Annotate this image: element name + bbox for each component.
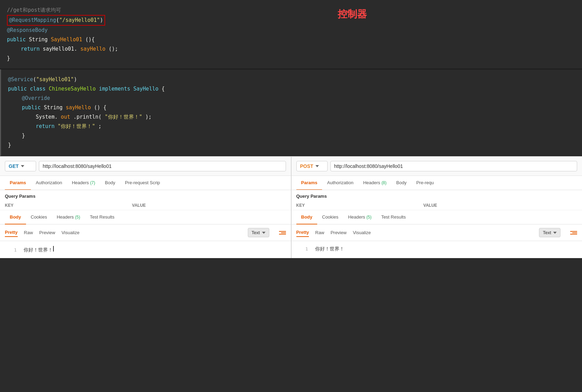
left-response-text: 你好！世界！: [24, 247, 53, 253]
right-panel: POST Params Authorization Headers (8) Bo…: [292, 157, 582, 258]
left-wrap-icon[interactable]: [279, 231, 286, 235]
left-resp-tab-body[interactable]: Body: [5, 210, 26, 224]
right-tab-params[interactable]: Params: [296, 176, 322, 190]
right-tab-prerequest[interactable]: Pre-requ: [411, 176, 439, 190]
right-params-table: KEY VALUE: [292, 201, 582, 210]
right-response-tabs-bar: Body Cookies Headers (5) Test Results: [292, 210, 582, 224]
left-fmt-raw[interactable]: Raw: [24, 229, 33, 237]
left-tabs-bar: Params Authorization Headers (7) Body Pr…: [0, 176, 291, 190]
right-value-header: VALUE: [419, 201, 582, 210]
right-query-params-title: Query Params: [292, 190, 582, 201]
right-response-line: 1 你好！世界！: [296, 245, 577, 254]
inner-close: }: [8, 131, 575, 140]
left-tab-headers[interactable]: Headers (7): [67, 176, 100, 190]
right-resp-tab-body[interactable]: Body: [296, 210, 318, 224]
left-panel: GET Params Authorization Headers (7) Bod…: [0, 157, 291, 258]
annotation-line: @RequestMapping("/sayHello01"): [7, 15, 575, 26]
right-fmt-visualize[interactable]: Visualize: [353, 229, 371, 237]
left-tab-body[interactable]: Body: [100, 176, 120, 190]
left-resp-tab-test-results[interactable]: Test Results: [85, 210, 119, 224]
left-resp-tab-headers[interactable]: Headers (5): [52, 210, 85, 224]
class-decl: public class ChineseSayHello implements …: [8, 84, 575, 94]
right-fmt-pretty[interactable]: Pretty: [296, 228, 309, 237]
left-resp-tab-cookies[interactable]: Cookies: [26, 210, 52, 224]
right-wrap-icon[interactable]: [570, 231, 577, 235]
left-url-bar: GET: [0, 157, 291, 176]
left-tab-prerequest[interactable]: Pre-request Scrip: [120, 176, 165, 190]
right-tab-body[interactable]: Body: [391, 176, 412, 190]
right-tab-headers[interactable]: Headers (8): [358, 176, 391, 190]
right-resp-tab-headers[interactable]: Headers (5): [343, 210, 376, 224]
close-brace-1: }: [7, 54, 575, 63]
left-url-input[interactable]: [39, 161, 286, 171]
right-fmt-raw[interactable]: Raw: [315, 229, 324, 237]
left-query-params-title: Query Params: [0, 190, 291, 201]
right-url-bar: POST: [292, 157, 582, 176]
left-method-select[interactable]: GET: [5, 161, 36, 171]
right-resp-tab-test-results[interactable]: Test Results: [376, 210, 411, 224]
say-hello-sig: public String sayHello () {: [8, 103, 575, 112]
left-format-select-btn[interactable]: Text: [248, 228, 269, 237]
right-format-bar: Pretty Raw Preview Visualize Text: [292, 224, 582, 241]
service-annotation: @Service("sayHello01"): [8, 75, 575, 84]
left-value-header: VALUE: [127, 201, 290, 210]
return-chinese: return "你好！世界！" ;: [8, 122, 575, 131]
left-tab-authorization[interactable]: Authorization: [31, 176, 67, 190]
println-line: System. out .println( "你好！世界！" );: [8, 112, 575, 122]
postman-wrapper: GET Params Authorization Headers (7) Bod…: [0, 156, 582, 258]
left-format-bar: Pretty Raw Preview Visualize Text: [0, 224, 291, 241]
method-sig-line: public String SayHello01 (){: [7, 35, 575, 44]
left-fmt-pretty[interactable]: Pretty: [5, 228, 18, 237]
response-body-line: @ResponseBody: [7, 26, 575, 35]
left-response-line: 1 你好！世界！: [5, 245, 286, 255]
comment-line: //get和post请求均可 控制器: [7, 6, 575, 15]
right-response-text: 你好！世界！: [315, 246, 344, 252]
left-cursor: [53, 246, 54, 252]
left-method-chevron-icon: [21, 165, 24, 167]
left-format-chevron-icon: [262, 232, 265, 234]
left-fmt-preview[interactable]: Preview: [39, 229, 55, 237]
left-response-tabs-bar: Body Cookies Headers (5) Test Results: [0, 210, 291, 224]
left-response-content: 1 你好！世界！: [0, 241, 291, 258]
right-resp-tab-cookies[interactable]: Cookies: [317, 210, 343, 224]
right-format-select-btn[interactable]: Text: [539, 228, 560, 237]
left-fmt-visualize[interactable]: Visualize: [61, 229, 79, 237]
right-format-chevron-icon: [553, 232, 557, 234]
left-tab-params[interactable]: Params: [5, 176, 31, 190]
right-tabs-bar: Params Authorization Headers (8) Body Pr…: [292, 176, 582, 190]
outer-close: }: [8, 140, 575, 150]
left-key-header: KEY: [0, 201, 127, 210]
code-section-2: @Service("sayHello01") public class Chin…: [0, 69, 582, 156]
right-method-chevron-icon: [315, 165, 319, 167]
right-url-input[interactable]: [330, 161, 577, 171]
code-section-1: //get和post请求均可 控制器 @RequestMapping("/say…: [0, 0, 582, 69]
override-ann: @Override: [8, 94, 575, 103]
return-line: return sayHello01. sayHello ();: [7, 44, 575, 54]
right-fmt-preview[interactable]: Preview: [330, 229, 346, 237]
right-method-select[interactable]: POST: [296, 161, 328, 171]
right-tab-authorization[interactable]: Authorization: [322, 176, 358, 190]
right-response-content: 1 你好！世界！: [292, 241, 582, 257]
right-key-header: KEY: [292, 201, 419, 210]
left-params-table: KEY VALUE: [0, 201, 291, 210]
